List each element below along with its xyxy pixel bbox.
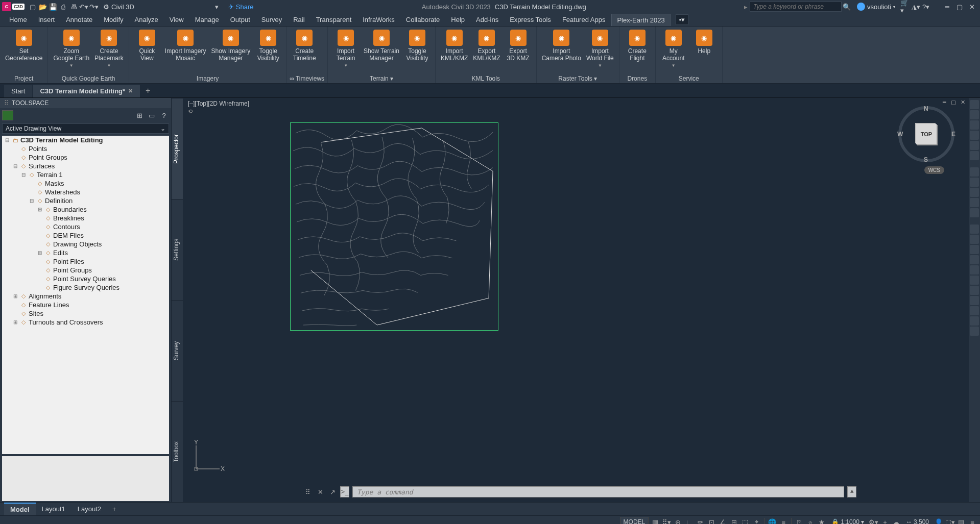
cart-icon[interactable]: 🛒▾: [900, 2, 911, 12]
minimize-icon[interactable]: ━: [941, 2, 953, 12]
cmdline-close-icon[interactable]: ✕: [316, 488, 325, 496]
command-input[interactable]: [352, 486, 844, 497]
ribbon-button[interactable]: ◉Help: [689, 28, 719, 74]
view-cube-east[interactable]: E: [951, 131, 955, 138]
layout-tab[interactable]: Model: [4, 503, 36, 515]
drawing-canvas[interactable]: ━ ▢ ✕ [–][Top][2D Wireframe] ⟲: [183, 98, 969, 502]
qat-plot-icon[interactable]: 🖶: [68, 2, 79, 12]
tree-toggle-icon[interactable]: ⊞: [12, 319, 18, 325]
ribbon-button[interactable]: ◉Create Flight: [623, 28, 652, 74]
ribbon-button[interactable]: ◉Import KML/KMZ: [439, 28, 470, 74]
view-cube-north[interactable]: N: [924, 105, 928, 112]
ribbon-tab-insert[interactable]: Insert: [33, 14, 60, 26]
ribbon-button[interactable]: ◉Import Imagery Mosaic: [163, 28, 208, 74]
ribbon-tab-view[interactable]: View: [164, 14, 189, 26]
ribbon-button[interactable]: ◉Zoom Google Earth▼: [51, 28, 91, 74]
dropdown-icon[interactable]: ▾: [212, 2, 222, 12]
tree-toggle-icon[interactable]: ⊞: [37, 250, 43, 256]
navbar-tool-icon[interactable]: [970, 255, 979, 264]
ribbon-button[interactable]: ◉Show Terrain Manager: [362, 28, 401, 74]
tree-toggle-icon[interactable]: ⊟: [12, 163, 18, 169]
ribbon-button[interactable]: ◉Show Imagery Manager: [209, 28, 253, 74]
viewport[interactable]: [290, 122, 498, 331]
ribbon-tab-transparent[interactable]: Transparent: [311, 14, 357, 26]
status-decimal[interactable]: ↔3.500: [903, 517, 932, 524]
ribbon-button[interactable]: ◉Quick View: [132, 28, 162, 74]
navbar-tool-icon[interactable]: [970, 286, 979, 295]
tree-node[interactable]: ◇Figure Survey Queries: [37, 283, 169, 292]
ribbon-tab-manage[interactable]: Manage: [190, 14, 224, 26]
ribbon-button[interactable]: ◉Export 3D KMZ: [504, 28, 533, 74]
user-menu[interactable]: vsoulioti ▾: [857, 3, 895, 11]
navbar-home-icon[interactable]: [970, 100, 979, 109]
ribbon-tab-annotate[interactable]: Annotate: [61, 14, 98, 26]
help-icon[interactable]: ?▾: [921, 2, 931, 12]
tree-node[interactable]: ◇Point Groups: [12, 153, 169, 162]
tree-node[interactable]: ⊞◇Edits: [37, 248, 169, 257]
toolspace-help-icon[interactable]: ?: [159, 110, 169, 120]
navbar-tool-icon[interactable]: [970, 198, 979, 207]
tree-node[interactable]: ◇Drawing Objects: [37, 240, 169, 248]
status-icon[interactable]: ∟: [684, 517, 694, 524]
qat-save-icon[interactable]: 💾: [48, 2, 58, 12]
tree-node[interactable]: ⊟🗀C3D Terrain Model Editing: [4, 136, 169, 144]
navbar-orbit-icon[interactable]: [970, 188, 979, 197]
viewport-minimize-icon[interactable]: ━: [940, 99, 948, 106]
tree-node[interactable]: ◇Points: [12, 144, 169, 153]
ribbon-tab-survey[interactable]: Survey: [256, 14, 287, 26]
tree-node[interactable]: ◇Feature Lines: [12, 301, 169, 309]
toolspace-preview-icon[interactable]: ▭: [147, 110, 157, 120]
ribbon-tab-analyze[interactable]: Analyze: [130, 14, 163, 26]
toolspace-item-icon[interactable]: ⊞: [134, 110, 145, 120]
ribbon-tab-help[interactable]: Help: [446, 14, 470, 26]
cmdline-recent-icon[interactable]: ↗: [328, 488, 337, 496]
toolspace-view-dropdown[interactable]: Active Drawing View ⌄: [2, 123, 169, 134]
viewport-maximize-icon[interactable]: ▢: [949, 99, 958, 106]
tree-node[interactable]: ⊞◇Turnouts and Crossovers: [12, 318, 169, 327]
tree-node[interactable]: ◇Point Files: [37, 257, 169, 266]
ribbon-tab-add-ins[interactable]: Add-ins: [471, 14, 504, 26]
status-icon[interactable]: ✏: [696, 517, 705, 524]
navbar-zoom-icon[interactable]: [970, 178, 979, 187]
navbar-tool-icon[interactable]: [970, 131, 979, 140]
ribbon-button[interactable]: ◉Import Terrain▼: [331, 28, 361, 74]
toolspace-tab-settings[interactable]: Settings: [172, 199, 183, 300]
status-icon[interactable]: ★: [817, 517, 826, 524]
status-icon[interactable]: ∠: [718, 517, 727, 524]
navbar-tool-icon[interactable]: [970, 316, 979, 326]
tree-node[interactable]: ◇Sites: [12, 309, 169, 318]
toolspace-tab-toolbox[interactable]: Toolbox: [172, 401, 183, 502]
qat-new-icon[interactable]: ▢: [28, 2, 38, 12]
tree-node[interactable]: ◇Watersheds: [29, 188, 169, 196]
status-icon[interactable]: ≡: [779, 517, 788, 524]
status-scale[interactable]: 🔒1:1000▾: [828, 517, 867, 524]
autodesk-icon[interactable]: ◮▾: [911, 2, 921, 12]
ribbon-button[interactable]: ◉Create Placemark▼: [92, 28, 126, 74]
status-icon[interactable]: ⬚▾: [945, 517, 954, 524]
cmdline-customize-icon[interactable]: ⠿: [303, 488, 313, 496]
ribbon-extra-icon[interactable]: ▪▾: [676, 14, 689, 25]
ribbon-button[interactable]: ◉Export KML/KMZ: [471, 28, 502, 74]
drawing-tab[interactable]: C3D Terrain Model Editing*✕: [33, 85, 140, 97]
status-snap-icon[interactable]: ⠿▾: [662, 517, 671, 524]
ribbon-tab-collaborate[interactable]: Collaborate: [401, 14, 445, 26]
share-button[interactable]: ✈ Share: [228, 3, 254, 11]
tree-node[interactable]: ◇DEM Files: [37, 231, 169, 240]
ribbon-button[interactable]: ◉Toggle Visibility: [253, 28, 283, 74]
navbar-tool-icon[interactable]: [970, 276, 979, 285]
tree-toggle-icon[interactable]: ⊞: [37, 207, 43, 212]
status-icon[interactable]: ⌖: [752, 517, 761, 524]
navbar-tool-icon[interactable]: [970, 224, 979, 234]
navbar-tool-icon[interactable]: [970, 296, 979, 305]
status-icon[interactable]: ⊡: [707, 517, 716, 524]
maximize-icon[interactable]: ▢: [953, 2, 966, 12]
ribbon-button[interactable]: ◉Create Timeline: [290, 28, 319, 74]
navbar-tool-icon[interactable]: [970, 151, 979, 160]
grip-icon[interactable]: ⠿: [4, 99, 9, 107]
status-model-button[interactable]: MODEL: [620, 517, 649, 524]
toolspace-color-icon[interactable]: [2, 110, 13, 120]
status-icon[interactable]: ⟐: [806, 517, 815, 524]
ribbon-tab-modify[interactable]: Modify: [99, 14, 128, 26]
ribbon-tab-rail[interactable]: Rail: [288, 14, 309, 26]
toolspace-tab-prospector[interactable]: Prospector: [172, 98, 183, 199]
